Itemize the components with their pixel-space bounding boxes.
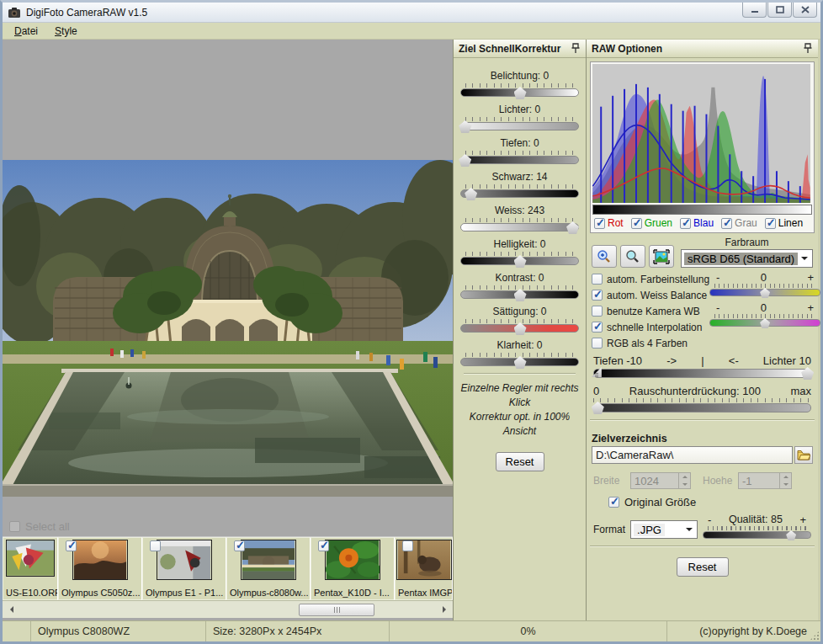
filmstrip-item[interactable]: Olympus E1 - P1... xyxy=(142,537,226,600)
filmstrip-item[interactable]: Pentax IMGP xyxy=(395,537,453,600)
slider-thumb[interactable] xyxy=(459,154,471,167)
preview-photo[interactable] xyxy=(3,160,453,497)
slider-belichtung: Belichtung: 0 xyxy=(460,70,579,97)
thumbnail-checkbox[interactable] xyxy=(66,540,77,551)
wb-blue-yellow-slider: - 0 + xyxy=(709,271,820,296)
filmstrip: US-E10.ORF Olympus C5050z... xyxy=(3,536,453,600)
thumbnail-label: Olympus E1 - P1... xyxy=(143,587,226,599)
close-button[interactable] xyxy=(793,3,817,18)
slider-thumb[interactable] xyxy=(566,221,579,234)
filmstrip-item[interactable]: Olympus C5050z... xyxy=(58,537,142,600)
slider-track[interactable] xyxy=(460,189,579,198)
slider-thumb[interactable] xyxy=(514,322,527,335)
slider-track[interactable] xyxy=(460,223,579,232)
wb-minus-label[interactable]: - xyxy=(716,271,719,284)
quality-plus-label[interactable]: + xyxy=(799,514,806,526)
scroll-left-arrow[interactable] xyxy=(3,601,17,618)
quality-minus-label[interactable]: - xyxy=(708,514,711,526)
maximize-button[interactable] xyxy=(767,3,792,18)
slider-thumb[interactable] xyxy=(459,120,471,133)
scroll-right-arrow[interactable] xyxy=(438,601,453,618)
thumbnail-checkbox[interactable] xyxy=(234,540,245,551)
checkbox-blau[interactable] xyxy=(680,218,691,229)
slider-label: Belichtung: 0 xyxy=(460,70,579,82)
pin-icon[interactable] xyxy=(571,43,581,54)
noise-slider[interactable] xyxy=(593,403,811,412)
checkbox-original-groesse[interactable] xyxy=(608,497,619,508)
slider-track[interactable] xyxy=(460,324,579,333)
slider-thumb[interactable] xyxy=(465,188,477,200)
checkbox-benutze-kamera-wb[interactable] xyxy=(592,306,603,317)
slider-track[interactable] xyxy=(460,156,579,164)
raw-panel-title: RAW Optionen xyxy=(592,43,662,55)
channel-toggles: Rot Gruen Blau Grau Linen xyxy=(592,215,812,231)
slider-thumb[interactable] xyxy=(760,288,770,298)
window-title: DigiFoto CameraRAW v1.5 xyxy=(26,7,147,19)
preview-area: Select all xyxy=(3,40,453,536)
option-label: benutze Kamera WB xyxy=(607,306,700,317)
menu-style[interactable]: Style xyxy=(48,24,84,39)
checkbox-autom-weiss-balance[interactable] xyxy=(592,290,603,301)
slider-track[interactable] xyxy=(709,289,820,296)
slider-weiss: Weiss: 243 xyxy=(460,205,579,232)
arrow-left-label: <- xyxy=(729,354,739,367)
pin-icon[interactable] xyxy=(803,43,813,54)
quick-reset-button[interactable]: Reset xyxy=(496,452,544,471)
thumbnail-checkbox[interactable] xyxy=(318,540,329,551)
minimize-button[interactable] xyxy=(742,3,767,18)
slider-ticks xyxy=(465,218,574,222)
slider-thumb[interactable] xyxy=(514,87,527,99)
target-directory-input[interactable]: D:\CameraRaw\ xyxy=(592,446,793,464)
filmstrip-item[interactable]: US-E10.ORF xyxy=(3,537,58,600)
farbraum-dropdown[interactable]: sRGB D65 (Standard) xyxy=(681,249,813,268)
checkbox-gruen[interactable] xyxy=(631,218,642,229)
quality-slider[interactable] xyxy=(703,531,811,539)
checkbox-rot[interactable] xyxy=(594,218,605,229)
slider-thumb[interactable] xyxy=(760,318,770,328)
status-copyright: (c)opyright by K.Doege xyxy=(667,621,820,641)
wb-plus-label[interactable]: + xyxy=(807,271,814,284)
thumbnail-checkbox[interactable] xyxy=(402,540,413,551)
wb-plus-label[interactable]: + xyxy=(807,301,814,314)
slider-ticks xyxy=(714,284,815,288)
quick-panel-title: Ziel SchnellKorrektur xyxy=(459,43,560,55)
wb-minus-label[interactable]: - xyxy=(716,301,719,314)
filmstrip-item[interactable]: Pentax_K10D - I... xyxy=(311,537,395,600)
shadows-highlights-slider[interactable] xyxy=(593,369,811,378)
select-all-checkbox[interactable] xyxy=(9,521,20,532)
range-thumb-right[interactable] xyxy=(801,367,814,380)
resize-grip[interactable] xyxy=(810,631,820,641)
menu-datei[interactable]: Datei xyxy=(8,24,45,39)
thumbnail-label: Pentax_K10D - I... xyxy=(311,587,394,599)
status-progress: 0% xyxy=(390,621,667,641)
slider-thumb[interactable] xyxy=(786,530,796,540)
slider-track[interactable] xyxy=(460,290,579,299)
checkbox-rgb-als-4-farben[interactable] xyxy=(592,338,603,349)
minimize-icon xyxy=(751,7,759,13)
raw-reset-button[interactable]: Reset xyxy=(677,557,729,577)
zoom-button[interactable] xyxy=(620,245,645,268)
fit-image-button[interactable] xyxy=(649,245,674,268)
slider-track[interactable] xyxy=(460,88,579,97)
slider-track[interactable] xyxy=(460,122,579,130)
checkbox-autom-farbeinstellung[interactable] xyxy=(592,274,603,285)
slider-track[interactable] xyxy=(709,319,820,327)
slider-thumb[interactable] xyxy=(514,255,527,268)
thumbnail-checkbox[interactable] xyxy=(150,540,161,551)
browse-folder-button[interactable] xyxy=(794,446,813,464)
slider-track[interactable] xyxy=(460,257,579,265)
slider-track[interactable] xyxy=(460,358,579,366)
slider-thumb[interactable] xyxy=(592,402,604,414)
slider-schwarz: Schwarz: 14 xyxy=(460,171,579,198)
checkbox-linen[interactable] xyxy=(765,218,776,229)
zoom-in-button[interactable] xyxy=(592,245,617,268)
scrollbar-thumb[interactable] xyxy=(299,604,374,616)
checkbox-grau[interactable] xyxy=(721,218,732,229)
filmstrip-item[interactable]: Olympus-c8080w... xyxy=(226,537,311,600)
format-dropdown[interactable]: .JPG xyxy=(630,520,698,539)
filmstrip-scrollbar[interactable] xyxy=(3,600,453,618)
slider-thumb[interactable] xyxy=(514,356,527,369)
checkbox-schnelle-interpolation[interactable] xyxy=(592,322,603,333)
channel-label-grau: Grau xyxy=(735,217,757,229)
slider-thumb[interactable] xyxy=(514,289,527,301)
